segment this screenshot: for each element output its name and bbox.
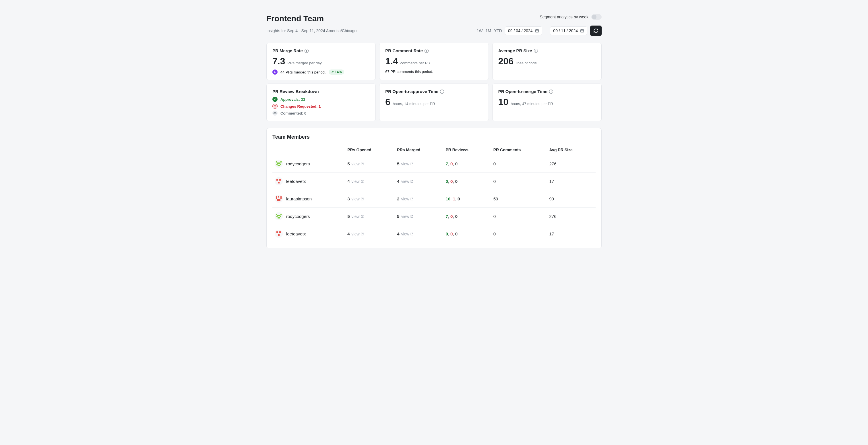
view-merged-link[interactable]: view [401,232,414,236]
comment-rate-value: 1.4 [385,56,398,67]
card-open-to-merge: PR Open-to-merge Time i 10 hours, 47 min… [492,84,601,121]
view-merged-link[interactable]: view [401,161,414,166]
merge-rate-unit: PRs merged per day [287,61,321,65]
card-title-text: Average PR Size [498,48,532,53]
refresh-icon [593,28,598,33]
svg-rect-1 [581,30,584,32]
view-opened-link[interactable]: view [352,214,364,219]
card-title-text: PR Merge Rate [272,48,303,53]
card-title-text: PR Open-to-merge Time [498,89,547,94]
open-approve-value: 6 [385,97,391,108]
svg-point-6 [275,113,276,114]
view-merged-link[interactable]: view [401,179,414,184]
svg-rect-15 [276,179,278,181]
card-title-text: PR Review Breakdown [272,89,319,94]
reviews-cell: 7, 0, 0 [443,155,491,173]
avg-size: 17 [549,179,554,184]
view-merged-link[interactable]: view [401,197,414,201]
reviews-cell: 7, 0, 0 [443,208,491,225]
col-size: Avg PR Size [547,145,596,155]
svg-rect-32 [279,231,281,233]
svg-point-2 [274,71,275,72]
open-approve-unit: hours, 14 minutes per PR [393,101,435,106]
approvals-text: Approvals: 33 [280,97,305,101]
trend-value: 14% [335,70,342,74]
merged-count: 4 [397,179,399,184]
calendar-icon [580,29,584,33]
svg-rect-20 [280,197,282,199]
svg-rect-31 [276,231,278,233]
opened-count: 5 [347,214,350,219]
card-review-breakdown: PR Review Breakdown Approvals: 33 Change… [267,84,376,121]
eye-icon [272,111,278,116]
table-row: laurasimpson3view 2view 16, 1, 05999 [272,190,596,208]
member-name[interactable]: leetdavetx [286,179,306,184]
date-from-input[interactable]: 09 / 04 / 2024 [505,26,542,35]
avg-size-unit: lines of code [516,61,537,65]
avg-size: 99 [549,197,554,201]
svg-rect-16 [279,179,281,181]
open-merge-unit: hours, 47 minutes per PR [510,101,553,106]
info-icon[interactable]: i [534,49,538,53]
reviews-cell: 16, 1, 0 [443,190,491,208]
segment-toggle[interactable] [591,14,601,20]
info-icon[interactable]: i [425,49,429,53]
member-name[interactable]: laurasimpson [286,197,312,201]
info-icon[interactable]: i [440,90,444,94]
svg-rect-17 [278,182,280,183]
calendar-icon [535,29,539,33]
avatar [275,230,283,238]
changes-requested-icon [272,103,278,109]
view-opened-link[interactable]: view [352,179,364,184]
avatar [275,195,283,203]
refresh-button[interactable] [590,26,601,36]
date-to-value: 09 / 11 / 2024 [553,28,578,33]
opened-count: 4 [347,179,350,184]
member-name[interactable]: rodycodgers [286,161,310,166]
svg-rect-9 [280,161,282,162]
svg-rect-29 [278,217,280,218]
col-reviews: PR Reviews [443,145,491,155]
info-icon[interactable]: i [549,90,553,94]
merged-count: 5 [397,214,399,219]
trend-up-icon: ↗ [331,70,334,74]
comment-rate-unit: comments per PR [400,61,430,65]
card-avg-size: Average PR Size i 206 lines of code [492,43,601,80]
range-1m[interactable]: 1M [485,28,491,33]
comments-count: 0 [493,231,496,236]
card-title-text: PR Open-to-approve Time [385,89,438,94]
avatar [275,212,283,220]
view-merged-link[interactable]: view [401,214,414,219]
open-merge-value: 10 [498,97,508,108]
col-opened: PRs Opened [345,145,395,155]
view-opened-link[interactable]: view [352,197,364,201]
svg-rect-12 [280,164,281,165]
svg-rect-14 [275,177,283,185]
col-comments: PR Comments [491,145,547,155]
svg-rect-30 [275,230,283,238]
svg-rect-13 [278,165,280,166]
view-opened-link[interactable]: view [352,161,364,166]
avatar [275,159,283,168]
comments-count: 0 [493,179,496,184]
view-opened-link[interactable]: view [352,232,364,236]
range-ytd[interactable]: YTD [494,28,502,33]
svg-rect-10 [277,162,280,164]
avg-size: 276 [549,214,557,219]
range-1w[interactable]: 1W [476,28,483,33]
svg-rect-24 [276,214,277,215]
svg-rect-8 [276,161,277,162]
card-title-text: PR Comment Rate [385,48,423,53]
date-to-input[interactable]: 09 / 11 / 2024 [550,26,587,35]
svg-rect-33 [278,234,280,236]
merge-rate-value: 7.3 [272,56,285,67]
member-name[interactable]: rodycodgers [286,214,310,219]
avg-size: 17 [549,231,554,236]
card-merge-rate: PR Merge Rate i 7.3 PRs merged per day 4… [267,43,376,80]
info-icon[interactable]: i [305,49,309,53]
card-comment-rate: PR Comment Rate i 1.4 comments per PR 67… [379,43,489,80]
member-name[interactable]: leetdavetx [286,231,306,236]
trend-badge: ↗ 14% [329,69,344,75]
svg-rect-21 [278,196,279,198]
avatar [275,177,283,185]
